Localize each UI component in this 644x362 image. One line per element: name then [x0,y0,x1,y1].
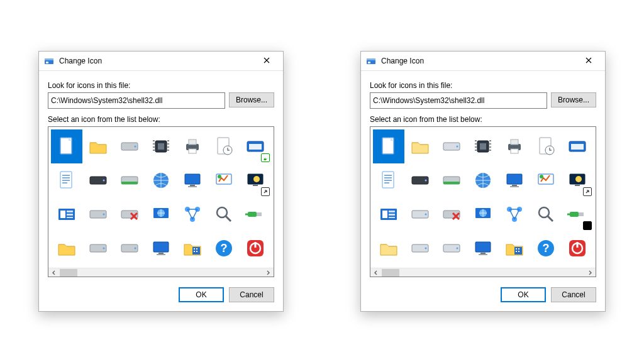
icon-help[interactable]: ? [209,233,238,264]
svg-rect-71 [367,58,375,60]
icon-window-run[interactable] [563,131,592,162]
icon-printer[interactable] [500,131,529,162]
icon-magnifier[interactable] [209,199,238,230]
icon-window-list[interactable] [374,199,403,230]
path-input[interactable] [48,92,225,109]
scroll-track[interactable] [382,269,584,277]
icon-network[interactable] [178,199,207,230]
icon-monitor-blank[interactable] [147,233,175,264]
icon-file-text[interactable] [52,165,81,196]
scroll-track[interactable] [60,269,262,277]
svg-rect-83 [489,146,491,148]
icon-folder-alt[interactable] [52,233,81,264]
icon-usb[interactable] [241,199,270,230]
svg-rect-8 [153,140,155,141]
icon-monitor-night[interactable] [563,165,592,196]
icon-power[interactable] [563,233,592,264]
svg-rect-61 [194,248,195,250]
icon-monitor[interactable] [178,165,207,196]
dialog-body: Look for icons in this file: Browse... S… [39,71,283,311]
svg-rect-111 [389,217,395,218]
overlay-icon [583,221,592,230]
icon-drive[interactable] [437,131,466,162]
icon-monitor[interactable] [500,165,529,196]
select-label: Select an icon from the list below: [48,115,274,124]
icon-window-run[interactable] [241,131,270,162]
svg-rect-99 [507,174,522,184]
icon-magnifier[interactable] [531,199,560,230]
close-button[interactable] [254,53,279,69]
icon-monitor-blank[interactable] [469,233,497,264]
path-input[interactable] [370,92,547,109]
icon-file-text[interactable] [374,165,403,196]
icon-folder[interactable] [84,131,113,162]
icon-help[interactable]: ? [531,233,560,264]
icon-drive-dark[interactable] [84,165,113,196]
close-button[interactable] [576,53,601,69]
icon-drive-x[interactable] [437,199,466,230]
horizontal-scrollbar[interactable] [48,268,274,277]
icon-globe[interactable] [469,165,497,196]
svg-point-56 [135,247,136,249]
icon-chip[interactable] [469,131,497,162]
icon-file-clock[interactable] [209,131,238,162]
icon-file-blank[interactable] [52,131,81,162]
icon-file-blank[interactable] [374,131,403,162]
scroll-thumb[interactable] [382,269,399,277]
icon-folder[interactable] [406,131,435,162]
icon-drive-alt2[interactable] [115,233,144,264]
icon-monitor-night[interactable] [241,165,270,196]
icon-folder-grid[interactable] [178,233,207,264]
horizontal-scrollbar[interactable] [370,268,596,277]
icon-globe-monitor[interactable] [147,199,175,230]
cancel-button[interactable]: Cancel [229,287,274,302]
scroll-left-icon[interactable] [372,268,380,277]
scroll-thumb[interactable] [60,269,77,277]
ok-button[interactable]: OK [501,287,546,302]
icon-usb[interactable] [563,199,592,230]
titlebar: Change Icon [39,52,283,71]
icon-list: ? [48,126,274,277]
icon-drive-green[interactable] [115,165,144,196]
svg-rect-108 [382,211,387,218]
icon-drive-dark[interactable] [406,165,435,196]
icon-network[interactable] [500,199,529,230]
svg-point-124 [425,247,427,249]
icon-drive[interactable] [115,131,144,162]
icon-folder-grid[interactable] [500,233,529,264]
browse-button[interactable]: Browse... [229,92,274,107]
icon-drive-alt[interactable] [84,233,113,264]
cancel-button[interactable]: Cancel [551,287,596,302]
icon-drive-light[interactable] [406,199,435,230]
icon-globe-monitor[interactable] [469,199,497,230]
svg-rect-62 [196,248,197,250]
icon-drive-x[interactable] [115,199,144,230]
icon-file-clock[interactable] [531,131,560,162]
browse-button[interactable]: Browse... [551,92,596,107]
icon-drive-alt[interactable] [406,233,435,264]
icon-chart-monitor[interactable] [209,165,238,196]
svg-rect-59 [157,254,165,255]
icon-chip[interactable] [147,131,175,162]
svg-rect-52 [257,212,262,216]
svg-point-50 [217,207,227,217]
ok-button[interactable]: OK [179,287,224,302]
icon-drive-green[interactable] [437,165,466,196]
icon-power[interactable] [241,233,270,264]
svg-rect-109 [389,211,395,212]
scroll-left-icon[interactable] [50,268,58,277]
scroll-right-icon[interactable] [264,268,272,277]
icon-list: ? [370,126,596,277]
scroll-right-icon[interactable] [586,268,594,277]
icon-drive-light[interactable] [84,199,113,230]
icon-window-list[interactable] [52,199,81,230]
svg-rect-12 [153,146,155,148]
icon-globe[interactable] [147,165,175,196]
svg-rect-129 [479,254,487,255]
icon-printer[interactable] [178,131,207,162]
svg-point-120 [539,207,549,217]
icon-folder-alt[interactable] [374,233,403,264]
svg-rect-134 [518,251,519,252]
icon-drive-alt2[interactable] [437,233,466,264]
icon-chart-monitor[interactable] [531,165,560,196]
